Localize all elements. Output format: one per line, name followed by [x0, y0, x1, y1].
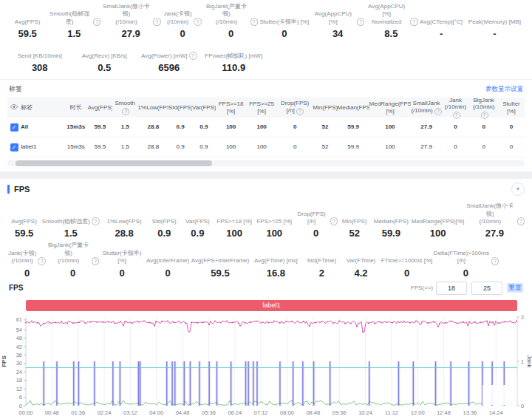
- info-icon[interactable]: ?: [481, 112, 488, 119]
- metric-value: 28.8: [115, 228, 133, 239]
- info-icon[interactable]: ?: [38, 257, 46, 265]
- metric-fps-row2-6: Std(FTime)2: [302, 257, 341, 278]
- info-icon[interactable]: ?: [453, 112, 460, 119]
- metric-summary-row1-6: Avg(AppCPU) [%]?34: [311, 10, 364, 39]
- metric-label: MedRange(FPS)[%]: [412, 218, 465, 225]
- info-icon[interactable]: ?: [122, 108, 129, 115]
- metric-label: Median(FPS): [374, 218, 409, 225]
- info-icon[interactable]: ?: [93, 18, 100, 26]
- metric-value: -: [493, 28, 496, 39]
- metric-fps-row2-4: Avg(FPS+InterFrame)59.5: [191, 257, 250, 278]
- metric-label: Jank(卡顿) (/10min)?: [163, 10, 201, 26]
- info-icon[interactable]: ?: [434, 108, 442, 115]
- info-icon[interactable]: ?: [517, 217, 525, 225]
- metric-summary-row1-4: BigJank(严重卡顿) (/10min)?0: [204, 3, 257, 39]
- x-tick-label: 14:24: [489, 409, 503, 416]
- x-tick-label: 08:00: [280, 409, 294, 416]
- metric-label: BigJank(严重卡顿) (/10min)?: [47, 242, 99, 265]
- labels-table-header: 标签时长Avg(FPS)Smooth?1%Low(FPS)Std(FPS)Var…: [7, 98, 525, 117]
- panel-accent-bar: [7, 185, 10, 194]
- metric-label: Avg(AppCPU) [%] Normalized?: [364, 3, 417, 26]
- cell: 100: [246, 123, 277, 131]
- cell: 27.9: [411, 143, 442, 151]
- reset-link[interactable]: 重置: [507, 283, 523, 293]
- metric-summary-row2-0: Send [KB/10min]308: [7, 52, 72, 73]
- cell: 0: [498, 123, 525, 131]
- cell: 28.8: [138, 143, 169, 151]
- fps-metrics-row1: Avg(FPS)59.5Smooth(稳帧强度)?1.51%Low(FPS)28…: [0, 200, 532, 239]
- cell: 0: [277, 123, 313, 131]
- info-icon[interactable]: ?: [330, 217, 338, 225]
- metric-label: Stutter(卡顿率) [%]: [99, 250, 145, 265]
- metric-label: Std(FTime): [307, 257, 337, 265]
- metric-fps-row1-1: Smooth(稳帧强度)?1.5: [41, 217, 100, 239]
- metric-fps-row1-3: Std(FPS)0.9: [148, 218, 181, 239]
- x-tick-label: 10:24: [358, 409, 372, 416]
- metric-fps-row1-8: Min(FPS)52: [338, 218, 371, 239]
- metric-value: 4.2: [354, 268, 367, 279]
- row-checkbox[interactable]: ✓: [10, 143, 18, 151]
- labels-section: 标签 参数显示设置 标签时长Avg(FPS)Smooth?1%Low(FPS)S…: [0, 79, 532, 166]
- x-tick-label: 12:48: [437, 409, 451, 416]
- metric-label: Peak(Memory) [MB]: [468, 18, 521, 26]
- row-checkbox[interactable]: ✓: [10, 123, 18, 132]
- cell: 59.9: [338, 123, 369, 131]
- metric-summary-row1-1: Smooth(稳帧强度)?1.5: [47, 10, 100, 39]
- eye-icon[interactable]: [10, 103, 18, 110]
- info-icon[interactable]: ?: [491, 257, 499, 265]
- y-left-tick: 54: [16, 326, 22, 333]
- metric-fps-row2-9: Delta(FTime)>100ms [/h]?0: [433, 250, 499, 279]
- y-left-tick: 0: [19, 402, 22, 409]
- collapse-panel-button[interactable]: ▾: [511, 183, 525, 196]
- info-icon[interactable]: ?: [357, 18, 364, 26]
- metric-value: 16.8: [267, 268, 285, 279]
- fps-jank-chart[interactable]: 00:0000:4801:3602:2403:1204:0004:4805:36…: [0, 311, 532, 419]
- metric-fps-row2-8: FTime>=100ms [%]0: [381, 257, 433, 278]
- metric-value: 0: [463, 268, 468, 279]
- metric-summary-row1-7: Avg(AppCPU) [%] Normalized?8.5: [364, 3, 417, 39]
- metric-value: 27.9: [485, 228, 504, 239]
- table-row-All: ✓All15m3s59.51.528.80.90.910010005259.91…: [7, 117, 525, 137]
- info-icon[interactable]: ?: [153, 18, 160, 26]
- metric-value: 0.5: [98, 62, 111, 73]
- metric-summary-row1-3: Jank(卡顿) (/10min)?0: [161, 10, 205, 39]
- metric-summary-row1-9: Peak(Memory) [MB]-: [465, 18, 525, 39]
- metric-label: Smooth(稳帧强度)?: [47, 10, 100, 26]
- table-scrollbar-thumb[interactable]: [16, 160, 212, 166]
- metric-value: 34: [332, 28, 343, 39]
- section-divider: [0, 171, 532, 179]
- metric-label: FTime>=100ms [%]: [381, 257, 433, 265]
- cell: 52: [313, 143, 337, 151]
- column-header-14: SmallJank (/10min)?: [411, 100, 442, 115]
- y-left-axis-title: FPS: [1, 355, 7, 367]
- cell: 0: [442, 123, 469, 131]
- fps-threshold-input-2[interactable]: [471, 282, 502, 295]
- info-icon[interactable]: ?: [92, 217, 100, 225]
- info-icon[interactable]: ?: [189, 52, 197, 60]
- metric-fps-row2-2: Stutter(卡顿率) [%]0: [99, 250, 145, 279]
- column-header-11: Min(FPS): [313, 104, 337, 112]
- metric-fps-row1-10: MedRange(FPS)[%]100: [411, 218, 464, 239]
- cell: 100: [216, 123, 247, 131]
- column-header-12: Median(FPS): [338, 104, 369, 112]
- info-icon[interactable]: ?: [92, 257, 99, 265]
- table-row-label1: ✓label115m3s59.51.528.80.90.910010005259…: [7, 137, 525, 157]
- x-tick-label: 01:36: [71, 409, 85, 416]
- metric-fps-row1-4: Var(FPS)0.9: [181, 218, 214, 239]
- info-icon[interactable]: ?: [410, 18, 417, 26]
- table-horizontal-scrollbar[interactable]: [7, 160, 525, 166]
- parameter-display-settings-link[interactable]: 参数显示设置: [485, 85, 523, 94]
- x-tick-label: 00:48: [45, 409, 59, 416]
- metric-summary-row1-0: Avg(FPS)59.5: [7, 18, 47, 39]
- info-icon[interactable]: ?: [296, 108, 304, 115]
- metric-value: 0: [119, 268, 124, 279]
- metric-fps-row2-5: Avg(FTime) [ms]16.8: [250, 257, 302, 278]
- info-icon[interactable]: ?: [250, 18, 258, 26]
- fps-threshold-input-1[interactable]: [436, 282, 467, 295]
- info-icon[interactable]: ?: [194, 18, 202, 26]
- series-label-bar[interactable]: label1: [26, 300, 517, 311]
- cell: 28.8: [138, 123, 169, 131]
- metric-label: Avg(FPS): [15, 18, 41, 26]
- metric-label: Var(FPS): [185, 218, 210, 225]
- metric-fps-row2-10: [499, 276, 525, 279]
